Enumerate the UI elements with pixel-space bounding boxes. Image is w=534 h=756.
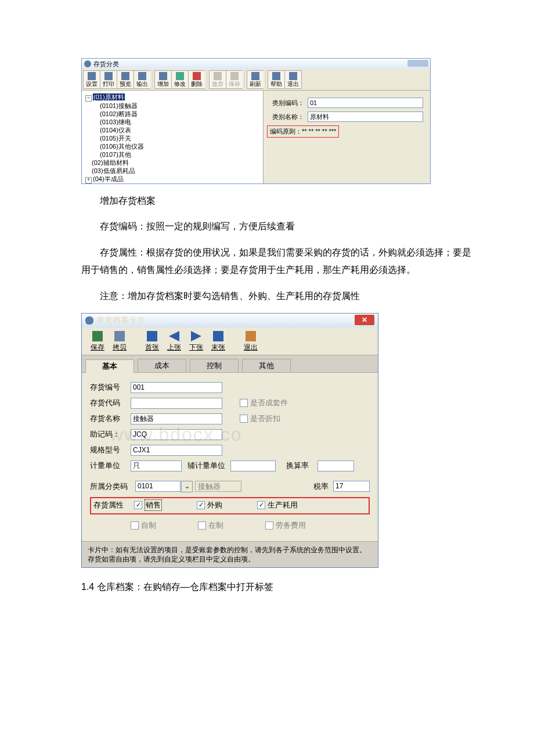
tb-copy[interactable]: 拷贝: [109, 331, 131, 352]
tree-expand-icon[interactable]: +: [85, 177, 92, 183]
tree-node[interactable]: (0102)断路器: [100, 110, 138, 117]
tb-save[interactable]: 保存: [86, 331, 109, 352]
spec-input[interactable]: CJX1: [131, 445, 222, 456]
tab-cost[interactable]: 成本: [138, 359, 186, 372]
class-code-input[interactable]: 0101: [135, 481, 181, 492]
doc-paragraph: 1.4 仓库档案：在购销存—仓库档案中打开标签: [81, 578, 476, 596]
tb-export[interactable]: 输出: [134, 70, 150, 89]
window-titlebar: 存货档案卡片 ✕: [82, 314, 378, 327]
field-label: 助记码：: [90, 429, 128, 440]
lookup-button[interactable]: ⌄: [181, 481, 193, 492]
form-hint: 卡片中：如有无法设置的项目，是受账套参数的控制，请先到各子系统的业务范围中设置。…: [82, 541, 378, 567]
field-label: 规格型号: [90, 445, 128, 455]
tb-exit[interactable]: 退出: [284, 70, 302, 89]
app-icon: [85, 316, 93, 325]
doc-paragraph: 注意：增加存货档案时要勾选销售、外购、生产耗用的存货属性: [81, 287, 476, 305]
inventory-id-input[interactable]: 001: [131, 382, 222, 393]
tab-strip: 基本 成本 控制 其他: [82, 355, 378, 373]
tb-preview[interactable]: 预览: [117, 70, 134, 89]
inventory-card-window: 存货档案卡片 ✕ 保存 拷贝 首张 上张 下张 末张 退出 基本 成本 控制: [81, 313, 378, 568]
tb-last[interactable]: 末张: [207, 331, 229, 352]
inventory-name-input[interactable]: 接触器: [131, 413, 222, 424]
doc-paragraph: 增加存货档案: [81, 192, 476, 210]
tb-save: 保存: [226, 70, 243, 89]
inventory-category-window: 存货分类 设置 打印 预览 输出 增加 修改 删除 放弃 保存 刷新 帮助 退出: [81, 58, 431, 184]
app-icon: [84, 60, 91, 67]
tree-node[interactable]: (0107)其他: [100, 151, 131, 158]
tb-help[interactable]: 帮助: [268, 70, 284, 89]
field-label: 存货编号: [90, 382, 128, 393]
prev-icon: [169, 331, 179, 341]
field-label: 类别名称：: [267, 113, 304, 121]
exit-icon: [246, 331, 256, 341]
tree-node[interactable]: (03)低值易耗品: [92, 167, 135, 174]
wip-checkbox[interactable]: 在制: [198, 520, 223, 531]
tb-delete[interactable]: 删除: [188, 70, 205, 89]
win2-toolbar: 保存 拷贝 首张 上张 下张 末张 退出: [82, 327, 378, 355]
window-sys-buttons[interactable]: [407, 60, 428, 67]
next-icon: [191, 331, 201, 341]
win1-toolbar: 设置 打印 预览 输出 增加 修改 删除 放弃 保存 刷新 帮助 退出: [82, 69, 430, 91]
tree-collapse-icon[interactable]: −: [85, 95, 92, 102]
save-icon: [92, 331, 103, 341]
field-label: 存货属性: [93, 500, 132, 510]
first-icon: [147, 331, 157, 341]
category-detail-pane: 类别编码： 01 类别名称： 原材料 编码原则：** ** ** ** ***: [264, 91, 430, 183]
tab-control[interactable]: 控制: [190, 359, 239, 372]
tax-input[interactable]: 17: [333, 481, 370, 492]
field-label: 存货代码: [90, 398, 128, 408]
tab-other[interactable]: 其他: [242, 359, 291, 372]
tb-print[interactable]: 打印: [100, 70, 117, 89]
tree-node[interactable]: (0103)继电: [100, 118, 131, 125]
window-titlebar: 存货分类: [82, 59, 430, 69]
window-title: 存货分类: [93, 59, 119, 69]
discount-checkbox[interactable]: 是否折扣: [240, 413, 280, 424]
tree-node-selected[interactable]: (01)原材料: [93, 93, 125, 100]
selfmade-checkbox[interactable]: 自制: [131, 520, 156, 531]
form-body: www.bdocx.co 存货编号 001 存货代码 是否成套件 存货名称 接触…: [82, 373, 378, 541]
field-label: 所属分类码: [90, 481, 133, 492]
sale-checkbox[interactable]: ✓销售: [134, 499, 162, 511]
tree-node[interactable]: (02)辅助材料: [92, 159, 129, 166]
tb-add[interactable]: 增加: [154, 70, 171, 89]
tb-refresh[interactable]: 刷新: [247, 70, 264, 89]
doc-paragraph: 存货属性：根据存货的使用状况，如果是我们需要采购的存货的话，外购就必须选择；要是…: [81, 244, 476, 279]
inventory-code-input[interactable]: [131, 398, 222, 409]
doc-paragraph: 存货编码：按照一定的规则编写，方便后续查看: [81, 218, 476, 235]
attribute-highlight: 存货属性 ✓销售 ✓外购 ✓生产耗用: [90, 497, 370, 514]
tree-node[interactable]: (0101)接触器: [100, 102, 138, 109]
field-label: 税率: [305, 481, 329, 492]
field-label: 计量单位: [90, 460, 128, 471]
field-label: 辅计量单位: [187, 460, 228, 471]
unit-input[interactable]: 只: [131, 460, 182, 471]
category-code-input[interactable]: 01: [308, 98, 423, 108]
category-tree[interactable]: −(01)原材料 (0101)接触器 (0102)断路器 (0103)继电 (0…: [82, 91, 264, 183]
kit-checkbox[interactable]: 是否成套件: [240, 398, 288, 408]
tb-abandon: 放弃: [209, 70, 226, 89]
class-name-display: 接触器: [195, 481, 241, 492]
purchase-checkbox[interactable]: ✓外购: [197, 500, 222, 510]
tree-node[interactable]: (04)半成品: [93, 175, 124, 182]
window-title: 存货档案卡片: [97, 315, 146, 325]
tab-basic[interactable]: 基本: [85, 359, 134, 373]
tb-first[interactable]: 首张: [141, 331, 163, 352]
tree-node[interactable]: (0105)开关: [100, 135, 131, 142]
tb-edit[interactable]: 修改: [171, 70, 188, 89]
category-name-input[interactable]: 原材料: [308, 111, 423, 122]
encoding-rule-highlight: 编码原则：** ** ** ** ***: [267, 125, 339, 138]
tb-setup[interactable]: 设置: [83, 70, 100, 89]
tb-exit[interactable]: 退出: [240, 331, 262, 352]
field-label: 换算率: [286, 460, 315, 471]
tree-node[interactable]: (0106)其他仪器: [100, 143, 144, 150]
aux-unit-input[interactable]: [230, 460, 276, 471]
tb-prev[interactable]: 上张: [163, 331, 185, 352]
copy-icon: [114, 331, 125, 341]
field-label: 类别编码：: [267, 99, 304, 107]
production-use-checkbox[interactable]: ✓生产耗用: [257, 500, 298, 510]
mnemonic-input[interactable]: JCQ: [131, 429, 222, 440]
rate-input[interactable]: [317, 460, 354, 471]
labor-checkbox[interactable]: 劳务费用: [265, 520, 306, 531]
tree-node[interactable]: (0104)仪表: [100, 127, 131, 134]
close-button[interactable]: ✕: [355, 315, 374, 325]
tb-next[interactable]: 下张: [185, 331, 207, 352]
